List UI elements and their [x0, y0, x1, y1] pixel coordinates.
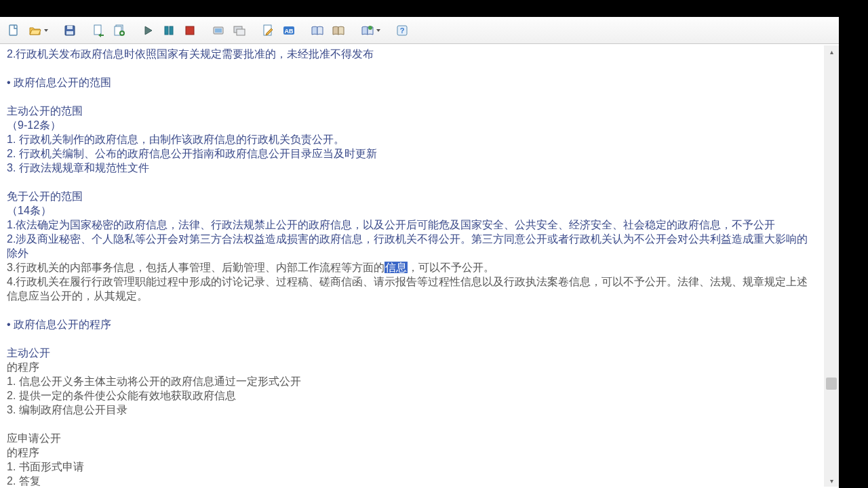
edit-button[interactable]	[258, 21, 277, 40]
text-line: 2. 答复	[7, 474, 818, 488]
separator	[54, 22, 57, 39]
separator	[203, 22, 205, 39]
text-line: 主动公开	[7, 346, 818, 360]
ab-compare-button[interactable]: AB	[279, 21, 298, 40]
separator	[302, 22, 304, 39]
edit-icon	[261, 24, 275, 37]
svg-text:AB: AB	[285, 28, 294, 35]
text-line: 1. 信息公开义务主体主动将公开的政府信息通过一定形式公开	[7, 374, 818, 388]
scroll-thumb[interactable]	[826, 378, 837, 390]
play-icon	[141, 24, 155, 37]
text-line: 1. 行政机关制作的政府信息，由制作该政府信息的行政机关负责公开。	[7, 132, 818, 146]
separator	[351, 22, 354, 39]
save-all-icon	[113, 24, 126, 37]
toolbar: AB ?	[0, 17, 839, 44]
svg-rect-9	[170, 26, 173, 35]
separator	[387, 22, 389, 39]
text-line: 主动公开的范围	[7, 104, 818, 118]
text-line: 3. 行政法规规章和规范性文件	[7, 161, 818, 175]
vertical-scrollbar[interactable]: ▴ ▾	[824, 45, 839, 487]
svg-rect-3	[66, 31, 73, 35]
text-line: • 政府信息公开的程序	[7, 317, 818, 331]
text-line: 2.涉及商业秘密、个人隐私等公开会对第三方合法权益造成损害的政府信息，行政机关不…	[7, 232, 818, 260]
text-line: 免于公开的范围	[7, 189, 818, 203]
screenshot-window-icon	[233, 24, 246, 37]
svg-point-18	[368, 26, 372, 30]
text-line	[7, 89, 818, 104]
help-button[interactable]: ?	[393, 21, 412, 40]
document-content[interactable]: 2.行政机关发布政府信息时依照国家有关规定需要批准的，未经批准不得发布 • 政府…	[3, 44, 822, 488]
book-open-button[interactable]	[308, 21, 327, 40]
pause-button[interactable]	[159, 21, 178, 40]
text-line: （14条）	[7, 203, 818, 218]
open-button[interactable]	[25, 21, 51, 40]
save-all-button[interactable]	[110, 21, 129, 40]
text-line: 应申请公开	[7, 431, 818, 445]
separator	[252, 22, 255, 39]
chevron-down-icon	[44, 29, 48, 32]
scroll-down-icon[interactable]: ▾	[824, 474, 839, 487]
text-line: 3.行政机关的内部事务信息，包括人事管理、后勤管理、内部工作流程等方面的信息，可…	[7, 260, 818, 274]
text-line: 1.依法确定为国家秘密的政府信息，法律、行政法规禁止公开的政府信息，以及公开后可…	[7, 218, 818, 232]
book-closed-button[interactable]	[329, 21, 348, 40]
book-map-button[interactable]	[357, 21, 383, 40]
text-line: 3. 编制政府信息公开目录	[7, 403, 818, 417]
scroll-up-icon[interactable]: ▴	[824, 45, 839, 58]
screenshot-window-button[interactable]	[230, 21, 249, 40]
new-file-icon	[7, 24, 20, 37]
separator	[132, 22, 135, 39]
text-line: 的程序	[7, 360, 818, 374]
export-icon	[92, 24, 105, 37]
text-line	[7, 417, 818, 431]
book-map-icon	[361, 24, 374, 37]
export-button[interactable]	[89, 21, 108, 40]
stop-icon	[183, 24, 197, 37]
save-icon	[63, 24, 77, 37]
open-icon	[28, 24, 42, 37]
pause-icon	[162, 24, 176, 37]
svg-rect-12	[215, 28, 222, 33]
stop-button[interactable]	[180, 21, 199, 40]
text-line: 的程序	[7, 445, 818, 460]
svg-rect-14	[237, 29, 245, 35]
app-window: AB ? 2.行政机关发布政府信息时依照国家有关规定需要批准的，未经批准不得发布…	[0, 17, 839, 488]
text-line	[7, 331, 818, 346]
svg-rect-4	[94, 25, 101, 35]
text-line: 1. 书面形式申请	[7, 460, 818, 474]
text-line	[7, 303, 818, 317]
text-line: • 政府信息公开的范围	[7, 75, 818, 89]
screenshot-button[interactable]	[209, 21, 228, 40]
save-button[interactable]	[60, 21, 79, 40]
book-open-icon	[311, 24, 324, 37]
ab-compare-icon: AB	[282, 24, 296, 37]
help-icon: ?	[395, 24, 409, 37]
text-line: 4.行政机关在履行行政管理职能过程中形成的讨论记录、过程稿、磋商信函、请示报告等…	[7, 274, 818, 303]
text-line: （9-12条）	[7, 118, 818, 132]
letterbox-right	[839, 17, 868, 488]
svg-rect-10	[186, 26, 194, 35]
svg-rect-0	[9, 25, 17, 35]
screenshot-icon	[212, 24, 225, 37]
book-closed-icon	[332, 24, 345, 37]
text-line	[7, 175, 818, 189]
svg-text:?: ?	[400, 26, 405, 35]
svg-rect-8	[165, 26, 168, 35]
play-button[interactable]	[138, 21, 157, 40]
new-file-button[interactable]	[4, 21, 23, 40]
separator	[83, 22, 85, 39]
svg-rect-2	[67, 26, 73, 29]
letterbox-top	[0, 0, 868, 17]
text-line: 2. 行政机关编制、公布的政府信息公开指南和政府信息公开目录应当及时更新	[7, 146, 818, 161]
chevron-down-icon	[376, 29, 380, 32]
text-line: 2.行政机关发布政府信息时依照国家有关规定需要批准的，未经批准不得发布	[7, 47, 818, 61]
content-wrap: 2.行政机关发布政府信息时依照国家有关规定需要批准的，未经批准不得发布 • 政府…	[0, 44, 839, 488]
text-line: 2. 提供一定的条件使公众能有效地获取政府信息	[7, 388, 818, 403]
selected-text: 信息	[384, 262, 408, 273]
text-line	[7, 61, 818, 75]
